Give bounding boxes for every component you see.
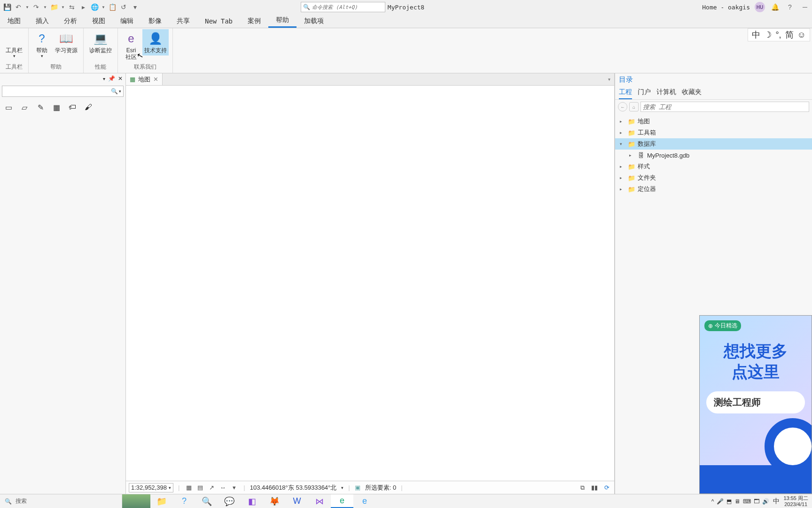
status-btn-0[interactable]: ▦ bbox=[184, 483, 194, 492]
tray-icon-0[interactable]: ^ bbox=[711, 498, 714, 505]
contents-tool-0[interactable]: ▭ bbox=[3, 102, 14, 113]
expand-icon[interactable]: ▸ bbox=[629, 153, 635, 158]
taskbar-app-search[interactable]: 🔍 bbox=[195, 494, 218, 508]
taskbar-app-visual-studio[interactable]: ⋈ bbox=[308, 494, 331, 508]
taskbar-app-word[interactable]: W bbox=[286, 494, 308, 508]
contents-listing[interactable] bbox=[0, 116, 125, 119]
status-btn-2[interactable]: ↗ bbox=[207, 483, 216, 492]
expand-icon[interactable]: ▸ bbox=[620, 187, 625, 191]
taskbar-app-help[interactable]: ? bbox=[173, 494, 195, 508]
tree-node-地图[interactable]: ▸📁地图 bbox=[615, 116, 812, 127]
coordinates[interactable]: 103.4466018°东 53.5933364°北 bbox=[250, 484, 337, 492]
history-icon[interactable]: ↺ bbox=[118, 2, 129, 12]
tab-案例[interactable]: 案例 bbox=[240, 14, 268, 28]
tree-node-样式[interactable]: ▸📁样式 bbox=[615, 161, 812, 172]
expand-icon[interactable]: ▸ bbox=[620, 119, 625, 124]
back-button[interactable]: ← bbox=[618, 102, 627, 111]
ribbon-诊断监控[interactable]: 💻诊断监控 bbox=[87, 29, 114, 56]
tab-插入[interactable]: 插入 bbox=[28, 14, 56, 28]
contents-tool-1[interactable]: ▱ bbox=[19, 102, 30, 113]
status-btn-1[interactable]: ▤ bbox=[195, 483, 205, 492]
contents-tool-3[interactable]: ▦ bbox=[51, 102, 62, 113]
taskbar-app-ie[interactable]: e bbox=[353, 494, 376, 508]
tab-分析[interactable]: 分析 bbox=[56, 14, 85, 28]
command-search-input[interactable] bbox=[312, 4, 383, 10]
chevron-down-icon[interactable]: ▾ bbox=[103, 76, 105, 81]
tab-帮助[interactable]: 帮助 bbox=[268, 14, 297, 28]
tab-加载项[interactable]: 加载项 bbox=[297, 14, 331, 28]
tray-icon-5[interactable]: 🗔 bbox=[754, 498, 759, 505]
ime-indicator[interactable]: 中 bbox=[773, 497, 780, 506]
tab-编辑[interactable]: 编辑 bbox=[113, 14, 141, 28]
contents-tool-2[interactable]: ✎ bbox=[35, 102, 46, 113]
present-icon[interactable]: ▸ bbox=[78, 2, 88, 12]
close-icon[interactable]: ✕ bbox=[153, 76, 158, 83]
expand-icon[interactable]: ▸ bbox=[620, 164, 625, 169]
bell-icon[interactable]: 🔔 bbox=[770, 2, 780, 12]
chevron-down-icon[interactable]: ▾ bbox=[119, 89, 121, 94]
tray-icon-3[interactable]: 🖥 bbox=[734, 498, 740, 505]
catalog-tab-门户[interactable]: 门户 bbox=[638, 86, 651, 99]
taskbar-app-wechat[interactable]: 💬 bbox=[218, 494, 241, 508]
contents-tool-4[interactable]: 🏷 bbox=[67, 102, 78, 113]
status-trail-0[interactable]: ⧉ bbox=[578, 483, 587, 492]
dropdown-icon[interactable]: ▼ bbox=[42, 2, 48, 12]
catalog-search-input[interactable] bbox=[640, 102, 809, 112]
clock[interactable]: 13:55 周二2023/4/11 bbox=[783, 495, 808, 507]
help-icon[interactable]: ? bbox=[785, 2, 795, 12]
dropdown-icon[interactable]: ▼ bbox=[60, 2, 66, 12]
catalog-tab-收藏夹[interactable]: 收藏夹 bbox=[682, 86, 702, 99]
expand-icon[interactable]: ▸ bbox=[620, 130, 625, 135]
collapse-icon[interactable]: ▾ bbox=[620, 142, 625, 146]
tree-node-工具箱[interactable]: ▸📁工具箱 bbox=[615, 127, 812, 138]
ad-search-pill[interactable]: 测绘工程师 bbox=[706, 391, 805, 413]
taskbar-widget[interactable] bbox=[122, 494, 150, 508]
ime-char[interactable]: °, bbox=[775, 30, 781, 40]
undo-icon[interactable]: ↶ bbox=[13, 2, 23, 12]
folder-icon[interactable]: 📁 bbox=[49, 2, 59, 12]
ad-overlay[interactable]: ⊕ 今日精选 想找更多点这里 测绘工程师 bbox=[699, 315, 812, 494]
status-btn-3[interactable]: ↔ bbox=[218, 483, 227, 492]
user-label[interactable]: Home - oakgis bbox=[702, 4, 750, 11]
tree-node-数据库[interactable]: ▾📁数据库 bbox=[615, 138, 812, 150]
up-button[interactable]: ⌂ bbox=[629, 102, 639, 111]
taskbar-app-app-purple[interactable]: ◧ bbox=[241, 494, 263, 508]
map-canvas[interactable] bbox=[126, 86, 614, 481]
tab-地图[interactable]: 地图 bbox=[0, 14, 28, 28]
map-tab[interactable]: ▦ 地图 ✕ bbox=[126, 73, 163, 85]
tab-影像[interactable]: 影像 bbox=[141, 14, 169, 28]
pin-icon[interactable]: 📌 bbox=[108, 75, 115, 82]
ime-char[interactable]: ☺ bbox=[797, 30, 806, 40]
tray-icon-1[interactable]: 🎤 bbox=[717, 498, 724, 505]
ribbon-学习资源[interactable]: 📖学习资源 bbox=[53, 29, 79, 56]
ime-char[interactable]: 简 bbox=[785, 29, 794, 40]
search-icon[interactable]: 🔍 bbox=[111, 88, 118, 95]
avatar[interactable]: HU bbox=[755, 2, 765, 12]
chevron-down-icon[interactable]: ▾ bbox=[604, 77, 614, 82]
catalog-tab-计算机[interactable]: 计算机 bbox=[656, 86, 676, 99]
ribbon-Esri社区[interactable]: eEsri 社区 bbox=[122, 29, 141, 63]
ime-indicator[interactable]: 中☽°,简☺ bbox=[748, 28, 810, 41]
tab-视图[interactable]: 视图 bbox=[85, 14, 113, 28]
status-trail-1[interactable]: ▮▮ bbox=[590, 483, 599, 492]
catalog-tab-工程[interactable]: 工程 bbox=[619, 86, 632, 99]
tray-icon-2[interactable]: ⬒ bbox=[726, 498, 732, 505]
contents-search[interactable]: 🔍 ▾ bbox=[2, 86, 124, 97]
close-icon[interactable]: ✕ bbox=[118, 75, 123, 82]
tree-node-文件夹[interactable]: ▸📁文件夹 bbox=[615, 172, 812, 183]
contents-tool-5[interactable]: 🖌 bbox=[83, 102, 94, 113]
tab-共享[interactable]: 共享 bbox=[169, 14, 197, 28]
tray-icon-4[interactable]: ⌨ bbox=[743, 498, 751, 505]
switch-icon[interactable]: ⇆ bbox=[67, 2, 77, 12]
ribbon-工具栏[interactable]: 工具栏▾ bbox=[4, 29, 24, 60]
ribbon-帮助[interactable]: ?帮助▾ bbox=[32, 29, 51, 60]
scale-selector[interactable]: 1:32,952,398 ▾ bbox=[129, 483, 173, 492]
taskbar-search[interactable]: 🔍 搜索 bbox=[0, 494, 122, 508]
command-search[interactable]: 🔍 bbox=[301, 2, 385, 12]
status-btn-4[interactable]: ▾ bbox=[229, 483, 239, 492]
tray-icon-6[interactable]: 🔊 bbox=[762, 498, 769, 505]
contents-search-input[interactable] bbox=[4, 88, 111, 95]
chevron-down-icon[interactable]: ▾ bbox=[341, 485, 344, 490]
ribbon-技术支持[interactable]: 👤技术支持 bbox=[142, 29, 169, 56]
paste-icon[interactable]: 📋 bbox=[107, 2, 117, 12]
